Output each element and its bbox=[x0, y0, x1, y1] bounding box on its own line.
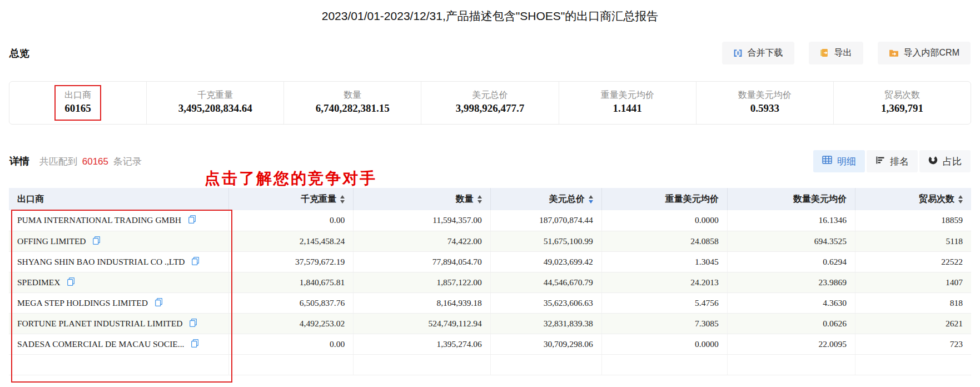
match-count: 60165 bbox=[82, 156, 108, 167]
stat-value: 0.5933 bbox=[738, 101, 792, 116]
merge-download-button[interactable]: 合并下载 bbox=[722, 42, 794, 64]
cell-usd-total: 187,070,874.44 bbox=[490, 210, 601, 231]
cell-quantity: 77,894,054.70 bbox=[354, 251, 491, 272]
table-row: SPEDIMEX 1,840,675.81 1,857,122.00 44,54… bbox=[9, 272, 971, 292]
cell-usd-per-quantity: 23.9869 bbox=[727, 272, 855, 292]
exporter-cell[interactable]: OFFING LIMITED bbox=[9, 231, 229, 251]
sort-icon-kg[interactable] bbox=[340, 195, 345, 204]
overview-stat: 数量美元均价 0.5933 bbox=[696, 82, 833, 124]
cell-trade-count: 818 bbox=[855, 292, 971, 313]
cell-quantity: 8,164,939.18 bbox=[354, 292, 491, 313]
exporter-name[interactable]: SPEDIMEX bbox=[17, 277, 61, 287]
cell-usd-per-quantity: 16.1346 bbox=[727, 210, 855, 231]
merge-download-label: 合并下载 bbox=[748, 47, 783, 59]
toggle-detail-view[interactable]: 明细 bbox=[813, 150, 865, 172]
col-kg-weight[interactable]: 千克重量 bbox=[229, 188, 354, 210]
col-trade-count[interactable]: 贸易次数 bbox=[855, 188, 971, 210]
ranking-bars-icon bbox=[875, 156, 885, 167]
col-exporter: 出口商 bbox=[9, 188, 229, 210]
detail-label: 详情 bbox=[9, 155, 29, 168]
cell-usd-total: 51,675,100.99 bbox=[490, 231, 601, 251]
stat-value: 1,369,791 bbox=[881, 101, 923, 116]
cell-kg-weight: 2,145,458.24 bbox=[229, 231, 354, 251]
exporter-cell[interactable]: PUMA INTERNATIONAL TRADING GMBH bbox=[9, 210, 229, 231]
import-crm-button[interactable]: 导入内部CRM bbox=[878, 42, 971, 64]
exporter-name[interactable]: FORTUNE PLANET INDUSTRIAL LIMITED bbox=[17, 319, 182, 328]
exporter-cell[interactable]: FORTUNE PLANET INDUSTRIAL LIMITED bbox=[9, 313, 229, 334]
overview-stat: 出口商 60165 bbox=[9, 82, 146, 124]
copy-icon[interactable] bbox=[191, 340, 198, 349]
cell-usd-total: 30,709,298.06 bbox=[490, 334, 601, 354]
col-quantity[interactable]: 数量 bbox=[354, 188, 491, 210]
detail-header: 详情 共匹配到 60165 条记录 明细 排名 bbox=[0, 150, 980, 172]
stat-label: 数量 bbox=[316, 88, 390, 101]
cell-kg-weight: 37,579,672.19 bbox=[229, 251, 354, 272]
exporter-cell[interactable]: MEGA STEP HOLDINGS LIMITED bbox=[9, 292, 229, 313]
stat-label: 出口商 bbox=[64, 88, 91, 101]
overview-stat: 贸易次数 1,369,791 bbox=[833, 82, 971, 124]
cell-usd-per-quantity: 22.0095 bbox=[727, 334, 855, 354]
sort-icon-usd-total-desc-active[interactable] bbox=[589, 195, 593, 204]
overview-header: 总览 合并下载 导出 导入内部CRM bbox=[0, 42, 980, 64]
cell-kg-weight: 0.00 bbox=[229, 334, 354, 354]
cell-usd-per-weight: 1.3045 bbox=[601, 251, 727, 272]
cell-quantity: 74,422.00 bbox=[354, 231, 491, 251]
exporter-name[interactable]: SHYANG SHIN BAO INDUSTRIAL CO .,LTD bbox=[17, 257, 185, 266]
cell-usd-total: 49,023,699.42 bbox=[490, 251, 601, 272]
copy-icon[interactable] bbox=[192, 257, 199, 267]
sort-icon-trade-count[interactable] bbox=[958, 195, 963, 204]
copy-icon[interactable] bbox=[190, 319, 197, 329]
exporter-name[interactable]: OFFING LIMITED bbox=[17, 236, 86, 246]
table-row: FORTUNE PLANET INDUSTRIAL LIMITED 4,492,… bbox=[9, 313, 971, 334]
stat-label: 美元总价 bbox=[456, 88, 525, 101]
cell-kg-weight: 4,492,253.02 bbox=[229, 313, 354, 334]
export-button[interactable]: 导出 bbox=[809, 42, 863, 64]
col-usd-per-quantity: 数量美元均价 bbox=[727, 188, 855, 210]
page-title: 2023/01/01-2023/12/31,产品描述包含"SHOES"的出口商汇… bbox=[0, 0, 980, 24]
col-usd-total[interactable]: 美元总价 bbox=[490, 188, 601, 210]
toggle-detail-label: 明细 bbox=[837, 155, 856, 168]
cell-quantity bbox=[354, 354, 491, 375]
table-row: SADESA COMERCIAL DE MACAU SOCIE... 0.00 … bbox=[9, 334, 971, 354]
sort-icon-quantity[interactable] bbox=[477, 195, 482, 204]
toggle-ranking-view[interactable]: 排名 bbox=[867, 150, 918, 172]
cell-usd-per-weight: 24.2013 bbox=[601, 272, 727, 292]
overview-stats: 出口商 60165 千克重量 3,495,208,834.64 数量 6,740… bbox=[9, 81, 971, 125]
match-record-text: 共匹配到 60165 条记录 bbox=[39, 155, 142, 168]
exporter-cell[interactable] bbox=[9, 354, 229, 375]
exporter-cell[interactable]: SPEDIMEX bbox=[9, 272, 229, 292]
copy-icon[interactable] bbox=[67, 278, 74, 287]
cell-usd-per-weight bbox=[601, 354, 727, 375]
table-row: PUMA INTERNATIONAL TRADING GMBH 0.00 11,… bbox=[9, 210, 971, 231]
stat-label: 数量美元均价 bbox=[738, 88, 792, 101]
toggle-ranking-label: 排名 bbox=[890, 155, 909, 168]
cell-trade-count: 5118 bbox=[855, 231, 971, 251]
cell-trade-count: 723 bbox=[855, 334, 971, 354]
export-icon bbox=[820, 48, 829, 58]
exporter-name[interactable]: SADESA COMERCIAL DE MACAU SOCIE... bbox=[17, 339, 184, 349]
match-suffix: 条记录 bbox=[113, 156, 142, 167]
cell-quantity: 524,749,112.94 bbox=[354, 313, 491, 334]
cell-trade-count: 1407 bbox=[855, 272, 971, 292]
cell-quantity: 1,857,122.00 bbox=[354, 272, 491, 292]
cell-usd-per-quantity: 0.0626 bbox=[727, 313, 855, 334]
cell-usd-per-weight: 24.0858 bbox=[601, 231, 727, 251]
copy-icon[interactable] bbox=[155, 299, 162, 308]
report-page: 2023/01/01-2023/12/31,产品描述包含"SHOES"的出口商汇… bbox=[0, 0, 980, 387]
export-label: 导出 bbox=[834, 47, 852, 59]
exporter-name[interactable]: MEGA STEP HOLDINGS LIMITED bbox=[17, 298, 148, 307]
stat-value: 3,495,208,834.64 bbox=[178, 101, 252, 116]
exporter-cell[interactable]: SHYANG SHIN BAO INDUSTRIAL CO .,LTD bbox=[9, 251, 229, 272]
cell-usd-per-quantity: 694.3525 bbox=[727, 231, 855, 251]
stat-label: 重量美元均价 bbox=[601, 88, 654, 101]
toggle-share-view[interactable]: 占比 bbox=[919, 150, 971, 172]
table-row bbox=[9, 354, 971, 375]
cell-trade-count: 22522 bbox=[855, 251, 971, 272]
cell-usd-per-weight: 5.4756 bbox=[601, 292, 727, 313]
exporter-name[interactable]: PUMA INTERNATIONAL TRADING GMBH bbox=[17, 216, 181, 225]
copy-icon[interactable] bbox=[93, 237, 100, 246]
copy-icon[interactable] bbox=[188, 216, 196, 225]
overview-stat: 美元总价 3,998,926,477.7 bbox=[421, 82, 558, 124]
exporter-cell[interactable]: SADESA COMERCIAL DE MACAU SOCIE... bbox=[9, 334, 229, 354]
cell-kg-weight bbox=[229, 354, 354, 375]
